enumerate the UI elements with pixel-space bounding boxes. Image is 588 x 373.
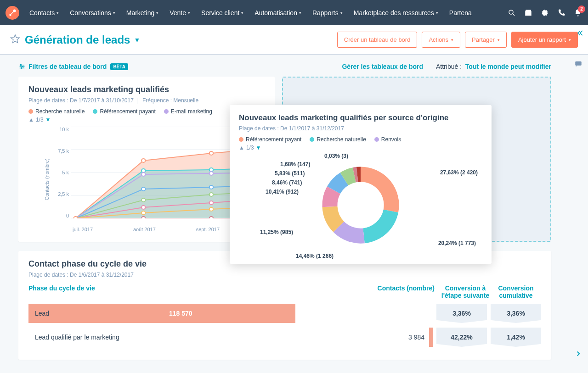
chat-icon[interactable]	[574, 60, 582, 69]
conversion-cumulative-cell: 3,36%	[491, 304, 541, 323]
hubspot-logo[interactable]	[6, 6, 19, 20]
svg-point-24	[141, 173, 145, 176]
svg-point-11	[20, 64, 22, 66]
sidebar-expand-icon[interactable]	[574, 350, 582, 359]
svg-point-22	[141, 169, 145, 173]
lifecycle-bar: 118 570 Lead	[28, 304, 433, 323]
line-chart-area: Contacts (nombre) 10 k 7,5 k 5 k 2,5 k 0	[28, 127, 265, 232]
svg-rect-7	[575, 61, 582, 66]
top-nav: Contacts▾ Conversations▾ Marketing▾ Vent…	[0, 0, 588, 25]
svg-point-35	[209, 217, 213, 218]
nav-marketing[interactable]: Marketing▾	[122, 0, 163, 25]
svg-point-32	[141, 211, 145, 215]
bell-icon[interactable]: 2	[573, 8, 582, 17]
phone-icon[interactable]	[557, 8, 566, 17]
create-dashboard-button[interactable]: Créer un tableau de bord	[337, 32, 418, 48]
svg-point-27	[209, 185, 213, 189]
pager-prev-icon[interactable]: ▲	[28, 117, 34, 123]
assigned-label: Attribué : Tout le monde peut modifier	[436, 63, 551, 70]
donut-chart-area: 0,03% (3) 1,68% (147) 5,83% (511) 8,46% …	[239, 155, 482, 256]
donut-chart-meta: Plage de dates : De 1/1/2017 à 31/12/201…	[239, 125, 482, 132]
gear-icon[interactable]	[540, 8, 549, 17]
nav-automatisation[interactable]: Automatisation▾	[250, 0, 306, 25]
beta-badge: BÊTA	[110, 63, 128, 70]
nav-partenaires[interactable]: Partena	[445, 0, 476, 25]
line-chart-meta: Plage de dates : De 1/7/2017 à 31/10/201…	[28, 97, 265, 104]
nav-service[interactable]: Service client▾	[197, 0, 248, 25]
lifecycle-table-header: Phase du cycle de vie Contacts (nombre) …	[28, 284, 541, 299]
svg-point-20	[141, 159, 145, 162]
filters-row: Filtres de tableau de bord BÊTA Gérer le…	[18, 63, 551, 70]
search-icon[interactable]	[507, 8, 516, 17]
svg-point-3	[509, 10, 513, 14]
pager-next-icon[interactable]: ▼	[256, 145, 261, 151]
svg-point-19	[74, 217, 77, 218]
pager-prev-icon[interactable]: ▲	[239, 145, 244, 151]
lifecycle-meta: Plage de dates : De 1/6/2017 à 31/12/201…	[28, 272, 541, 278]
share-button[interactable]: Partager▾	[465, 32, 507, 48]
nav-rapports[interactable]: Rapports▾	[308, 0, 347, 25]
dashboard-content: Filtres de tableau de bord BÊTA Gérer le…	[0, 55, 570, 368]
svg-point-26	[141, 187, 145, 191]
star-icon[interactable]	[10, 34, 20, 45]
pager-next-icon[interactable]: ▼	[45, 117, 51, 123]
svg-point-23	[209, 168, 213, 172]
nav-conversations[interactable]: Conversations▾	[65, 0, 120, 25]
lifecycle-row: Lead qualifié par le marketing 3 984 42,…	[28, 328, 541, 347]
lifecycle-card: Contact phase du cycle de vie Plage de d…	[18, 251, 551, 360]
sidebar-collapse-icon[interactable]	[575, 28, 584, 39]
svg-point-30	[141, 206, 145, 209]
svg-point-34	[141, 217, 145, 218]
actions-button[interactable]: Actions▾	[422, 32, 460, 48]
svg-point-13	[21, 67, 22, 69]
notification-badge: 2	[578, 6, 585, 13]
svg-rect-5	[525, 11, 531, 16]
assigned-value[interactable]: Tout le monde peut modifier	[465, 63, 551, 70]
donut-chart-title: Nouveaux leads marketing qualifiés per s…	[239, 113, 482, 122]
dashboard-row-1: Nouveaux leads marketing qualifiés Plage…	[18, 77, 551, 242]
line-chart-legend: Recherche naturelle Référencement payant…	[28, 108, 265, 115]
svg-point-21	[209, 151, 213, 155]
dashboard-filters-link[interactable]: Filtres de tableau de bord	[18, 63, 107, 70]
donut-chart-card[interactable]: Nouveaux leads marketing qualifiés per s…	[230, 105, 492, 264]
nav-contacts[interactable]: Contacts▾	[25, 0, 63, 25]
svg-point-29	[209, 193, 213, 196]
svg-point-33	[209, 207, 213, 211]
conversion-cumulative-cell: 1,42%	[491, 328, 541, 347]
svg-line-4	[513, 14, 514, 16]
svg-point-12	[23, 66, 24, 67]
svg-line-2	[11, 11, 14, 14]
lifecycle-row: 118 570 Lead 3,36% 3,36%	[28, 304, 541, 323]
page-header: Génération de leads ▼ Créer un tableau d…	[0, 25, 588, 55]
line-chart-title: Nouveaux leads marketing qualifiés	[28, 85, 265, 95]
line-chart-pager: ▲ 1/3 ▼	[28, 117, 265, 123]
svg-point-28	[141, 198, 145, 202]
lifecycle-bar: Lead qualifié par le marketing 3 984	[28, 328, 433, 347]
manage-dashboards-link[interactable]: Gérer les tableaux de bord	[342, 63, 423, 70]
nav-marketplace[interactable]: Marketplace des ressources▾	[349, 0, 443, 25]
conversion-cell: 3,36%	[436, 304, 487, 323]
dashboard-title[interactable]: Génération de leads ▼	[25, 33, 140, 46]
donut-chart-pager: ▲ 1/3 ▼	[239, 145, 482, 151]
svg-point-31	[209, 201, 213, 205]
title-caret-icon: ▼	[134, 36, 140, 44]
add-report-button[interactable]: Ajouter un rapport▾	[511, 32, 578, 48]
donut-chart-legend: Référencement payant Recherche naturelle…	[239, 136, 482, 143]
marketplace-icon[interactable]	[524, 8, 533, 17]
svg-point-25	[209, 172, 213, 175]
conversion-cell: 42,22%	[436, 328, 487, 347]
nav-vente[interactable]: Vente▾	[165, 0, 195, 25]
